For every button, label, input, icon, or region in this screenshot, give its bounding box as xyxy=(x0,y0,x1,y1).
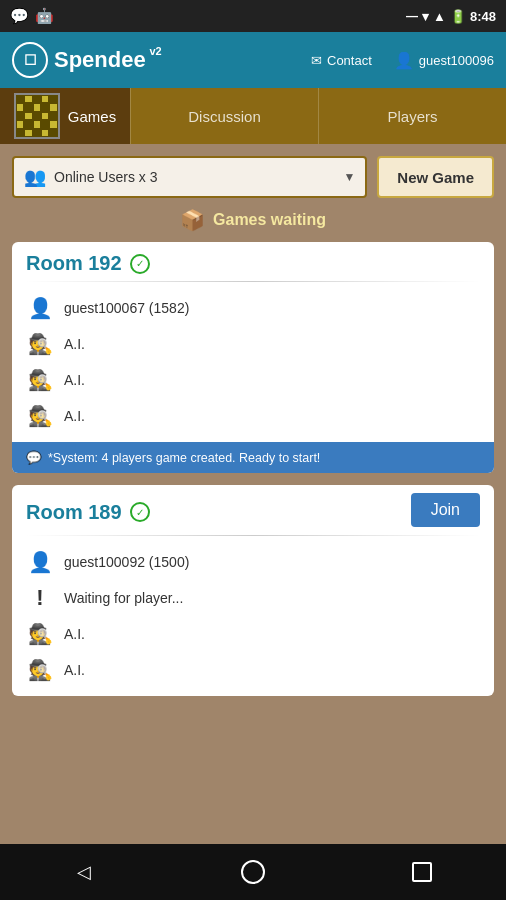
home-circle-icon xyxy=(241,860,265,884)
room-192-title: Room 192 xyxy=(26,252,122,275)
envelope-icon: ✉ xyxy=(311,53,322,68)
logo-superscript: v2 xyxy=(149,45,161,57)
status-bar-left: 💬 🤖 xyxy=(10,7,54,25)
tab-games-label: Games xyxy=(68,108,116,125)
tab-discussion[interactable]: Discussion xyxy=(130,88,318,144)
games-waiting-title: Games waiting xyxy=(213,211,326,229)
player-name: guest100092 (1500) xyxy=(64,554,189,570)
list-item: 👤 guest100092 (1500) xyxy=(26,544,480,580)
main-content: 👥 Online Users x 3 ▼ New Game 📦 Games wa… xyxy=(0,144,506,844)
status-bar-right: — ▾ ▲ 🔋 8:48 xyxy=(406,9,496,24)
box-icon: 📦 xyxy=(180,208,205,232)
room-192-header: Room 192 ✓ xyxy=(12,242,494,281)
online-users-button[interactable]: 👥 Online Users x 3 ▼ xyxy=(12,156,367,198)
player-name: A.I. xyxy=(64,626,85,642)
list-item: 🕵️ A.I. xyxy=(26,398,480,434)
room-192-status-icon: ✓ xyxy=(130,254,150,274)
logo-icon: ☐ xyxy=(12,42,48,78)
room-189-status-icon: ✓ xyxy=(130,502,150,522)
whatsapp-icon: 💬 xyxy=(10,7,29,25)
recents-square-icon xyxy=(412,862,432,882)
list-item: ! Waiting for player... xyxy=(26,580,480,616)
new-game-button[interactable]: New Game xyxy=(377,156,494,198)
chat-icon: 💬 xyxy=(26,450,42,465)
room-189-header: Room 189 ✓ xyxy=(12,491,397,530)
contact-label: Contact xyxy=(327,53,372,68)
list-item: 🕵️ A.I. xyxy=(26,326,480,362)
room-189-players: 👤 guest100092 (1500) ! Waiting for playe… xyxy=(12,536,494,696)
board-game-icon xyxy=(14,93,60,139)
tab-players-label: Players xyxy=(387,108,437,125)
player-name: guest100067 (1582) xyxy=(64,300,189,316)
player-name: A.I. xyxy=(64,372,85,388)
system-message-text: *System: 4 players game created. Ready t… xyxy=(48,451,320,465)
status-bar: 💬 🤖 — ▾ ▲ 🔋 8:48 xyxy=(0,0,506,32)
user-icon: 👤 xyxy=(26,294,54,322)
user-circle-icon: 👤 xyxy=(394,51,414,70)
player-name: A.I. xyxy=(64,662,85,678)
online-users-label: Online Users x 3 xyxy=(54,169,157,185)
tab-players[interactable]: Players xyxy=(318,88,506,144)
ai-icon: 🕵️ xyxy=(26,402,54,430)
room-card-192: Room 192 ✓ 👤 guest100067 (1582) 🕵️ A.I. … xyxy=(12,242,494,473)
time-display: 8:48 xyxy=(470,9,496,24)
android-icon: 🤖 xyxy=(35,7,54,25)
tab-discussion-label: Discussion xyxy=(188,108,261,125)
nav-user[interactable]: 👤 guest100096 xyxy=(394,51,494,70)
user-label: guest100096 xyxy=(419,53,494,68)
action-bar: 👥 Online Users x 3 ▼ New Game xyxy=(12,156,494,198)
ai-icon: 🕵️ xyxy=(26,330,54,358)
recents-button[interactable] xyxy=(402,852,442,892)
battery-icon: 🔋 xyxy=(450,9,466,24)
system-message-192: 💬 *System: 4 players game created. Ready… xyxy=(12,442,494,473)
logo-text: Spendeev2 xyxy=(54,47,146,73)
logo-area: ☐ Spendeev2 xyxy=(12,42,299,78)
group-icon: 👥 xyxy=(24,166,46,188)
user-icon: 👤 xyxy=(26,548,54,576)
games-waiting-header: 📦 Games waiting xyxy=(12,208,494,232)
exclamation-icon: ! xyxy=(26,584,54,612)
ai-icon: 🕵️ xyxy=(26,366,54,394)
room-card-189: Room 189 ✓ Join 👤 guest100092 (1500) ! W… xyxy=(12,485,494,696)
list-item: 🕵️ A.I. xyxy=(26,652,480,688)
back-button[interactable]: ◁ xyxy=(64,852,104,892)
tab-games[interactable]: Games xyxy=(0,88,130,144)
top-nav: ☐ Spendeev2 ✉ Contact 👤 guest100096 xyxy=(0,32,506,88)
list-item: 🕵️ A.I. xyxy=(26,616,480,652)
minus-icon: — xyxy=(406,9,418,23)
ai-icon: 🕵️ xyxy=(26,620,54,648)
ai-icon: 🕵️ xyxy=(26,656,54,684)
home-button[interactable] xyxy=(233,852,273,892)
signal-icon: ▲ xyxy=(433,9,446,24)
room-192-players: 👤 guest100067 (1582) 🕵️ A.I. 🕵️ A.I. 🕵️ … xyxy=(12,282,494,442)
player-name: Waiting for player... xyxy=(64,590,183,606)
nav-contact[interactable]: ✉ Contact xyxy=(311,53,372,68)
list-item: 🕵️ A.I. xyxy=(26,362,480,398)
back-icon: ◁ xyxy=(77,861,91,883)
bottom-nav: ◁ xyxy=(0,844,506,900)
list-item: 👤 guest100067 (1582) xyxy=(26,290,480,326)
player-name: A.I. xyxy=(64,408,85,424)
chevron-down-icon: ▼ xyxy=(343,170,355,184)
tabs: Games Discussion Players xyxy=(0,88,506,144)
join-button-189[interactable]: Join xyxy=(411,493,480,527)
wifi-icon: ▾ xyxy=(422,9,429,24)
logo-icon-symbol: ☐ xyxy=(24,52,37,68)
player-name: A.I. xyxy=(64,336,85,352)
room-189-title: Room 189 xyxy=(26,501,122,524)
room-189-header-row: Room 189 ✓ Join xyxy=(12,485,494,535)
